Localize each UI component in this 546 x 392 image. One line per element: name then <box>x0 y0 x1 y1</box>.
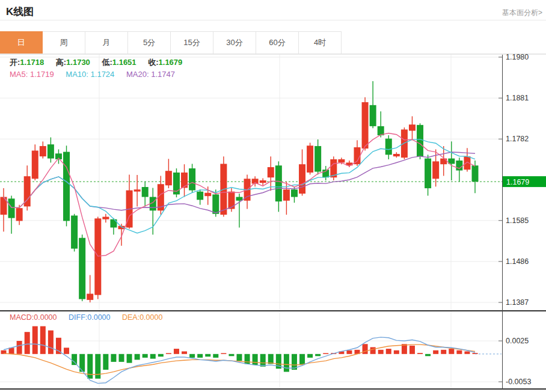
diff-label: DIFF: <box>69 313 87 322</box>
tab-15min[interactable]: 15分 <box>171 31 213 54</box>
ma5-label: MA5: <box>10 70 28 79</box>
open-label: 开: <box>10 58 20 67</box>
low-value: 1.1651 <box>112 58 136 67</box>
axis-layer <box>0 54 546 389</box>
svg-text:1.1881: 1.1881 <box>506 94 529 102</box>
close-value: 1.1679 <box>159 58 183 67</box>
ma10-value: 1.1724 <box>91 70 115 79</box>
ma10-label: MA10: <box>66 70 88 79</box>
close-label: 收: <box>148 58 158 67</box>
price-axis-labels: 1.19801.18811.17821.15851.14861.13870.00… <box>498 54 531 386</box>
diff-value: 0.0000 <box>87 313 110 322</box>
dea-value: 0.0000 <box>140 313 162 322</box>
macd-legend: MACD:0.0000 DIFF:0.0000 DEA:0.0000 <box>10 313 172 322</box>
chart-area: 1.19801.18811.17821.15851.14861.13870.00… <box>0 54 546 392</box>
svg-text:1.1486: 1.1486 <box>506 257 529 266</box>
svg-text:1.1980: 1.1980 <box>506 54 529 61</box>
svg-text:1.1782: 1.1782 <box>506 135 529 143</box>
tab-day[interactable]: 日 <box>0 31 43 54</box>
fundamental-analysis-link[interactable]: 基本面分析> <box>502 8 542 18</box>
timeframe-tabs: 日 周 月 5分 15分 30分 60分 4时 <box>0 31 546 54</box>
tab-4hour[interactable]: 4时 <box>299 31 342 54</box>
kline-chart-canvas[interactable]: 1.19801.18811.17821.15851.14861.13870.00… <box>0 54 546 392</box>
tab-week[interactable]: 周 <box>43 31 85 54</box>
svg-text:0.0025: 0.0025 <box>506 337 529 345</box>
page-title: K线图 <box>6 5 34 19</box>
open-value: 1.1718 <box>20 58 44 67</box>
ma-legend: MA5: 1.1719 MA10: 1.1724 MA20: 1.1747 <box>10 70 185 79</box>
svg-text:1.1387: 1.1387 <box>506 298 529 307</box>
tab-30min[interactable]: 30分 <box>213 31 256 54</box>
high-value: 1.1730 <box>66 58 90 67</box>
macd-label: MACD: <box>10 313 34 322</box>
ma5-value: 1.1719 <box>30 70 54 79</box>
tab-5min[interactable]: 5分 <box>128 31 171 54</box>
ma20-value: 1.1747 <box>151 70 175 79</box>
kline-page: K线图 基本面分析> 日 周 月 5分 15分 30分 60分 4时 1.198… <box>0 0 546 392</box>
candles-layer <box>1 81 479 302</box>
svg-text:1.1679: 1.1679 <box>506 178 529 186</box>
svg-text:-0.0053: -0.0053 <box>506 378 531 386</box>
low-label: 低: <box>102 58 112 67</box>
macd-value: 0.0000 <box>34 313 57 322</box>
header-divider <box>0 20 546 20</box>
svg-text:1.1585: 1.1585 <box>506 216 529 225</box>
ohlc-legend: 开:1.1718 高:1.1730 低:1.1651 收:1.1679 <box>10 57 192 68</box>
dea-label: DEA: <box>122 313 140 322</box>
tab-60min[interactable]: 60分 <box>256 31 299 54</box>
ma20-label: MA20: <box>126 70 149 79</box>
tab-month[interactable]: 月 <box>85 31 128 54</box>
current-price-tag: 1.1679 <box>503 176 546 187</box>
high-label: 高: <box>56 58 66 67</box>
